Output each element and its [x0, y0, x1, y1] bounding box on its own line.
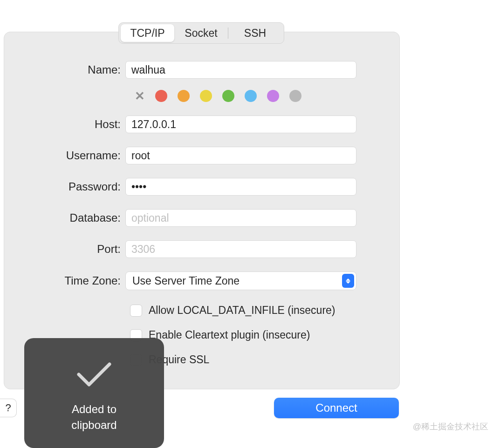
- color-swatch-red[interactable]: [155, 90, 167, 102]
- allow-local-infile-checkbox[interactable]: [130, 305, 142, 317]
- host-input[interactable]: [125, 115, 356, 133]
- color-swatch-gray[interactable]: [289, 90, 301, 102]
- tab-ssh[interactable]: SSH: [228, 24, 282, 42]
- color-swatch-orange[interactable]: [178, 90, 190, 102]
- checkmark-icon: [73, 358, 115, 390]
- color-picker-row: ✕: [135, 90, 356, 102]
- password-input[interactable]: [125, 178, 356, 196]
- cleartext-plugin-label: Enable Cleartext plugin (insecure): [149, 329, 310, 341]
- clipboard-toast: Added to clipboard: [24, 338, 164, 448]
- username-label: Username:: [4, 149, 125, 162]
- port-input[interactable]: [125, 240, 356, 258]
- color-swatch-green[interactable]: [222, 90, 234, 102]
- port-label: Port:: [4, 243, 125, 256]
- database-label: Database:: [4, 211, 125, 224]
- database-input[interactable]: [125, 209, 356, 227]
- connection-panel: Name: ✕ Host: Username: Password: Data: [4, 32, 400, 389]
- toast-line1: Added to: [71, 401, 116, 417]
- name-input[interactable]: [125, 61, 356, 79]
- allow-local-infile-label: Allow LOCAL_DATA_INFILE (insecure): [149, 304, 336, 317]
- connection-type-tabs: TCP/IP Socket SSH: [118, 22, 284, 44]
- color-swatch-purple[interactable]: [267, 90, 279, 102]
- chevron-updown-icon: [342, 274, 354, 288]
- host-label: Host:: [4, 118, 125, 131]
- toast-line2: clipboard: [71, 417, 116, 433]
- connect-button[interactable]: Connect: [274, 398, 399, 418]
- color-swatch-blue[interactable]: [245, 90, 257, 102]
- timezone-selected-text: Use Server Time Zone: [132, 275, 342, 287]
- name-label: Name:: [4, 63, 125, 76]
- tab-tcpip[interactable]: TCP/IP: [121, 24, 174, 42]
- timezone-label: Time Zone:: [4, 274, 125, 287]
- clear-color-icon[interactable]: ✕: [135, 90, 145, 102]
- username-input[interactable]: [125, 147, 356, 164]
- password-label: Password:: [4, 180, 125, 193]
- color-swatch-yellow[interactable]: [200, 90, 212, 102]
- timezone-select[interactable]: Use Server Time Zone: [125, 272, 356, 290]
- help-button[interactable]: ?: [0, 399, 17, 417]
- watermark: @稀土掘金技术社区: [413, 421, 488, 432]
- tab-socket[interactable]: Socket: [174, 24, 228, 42]
